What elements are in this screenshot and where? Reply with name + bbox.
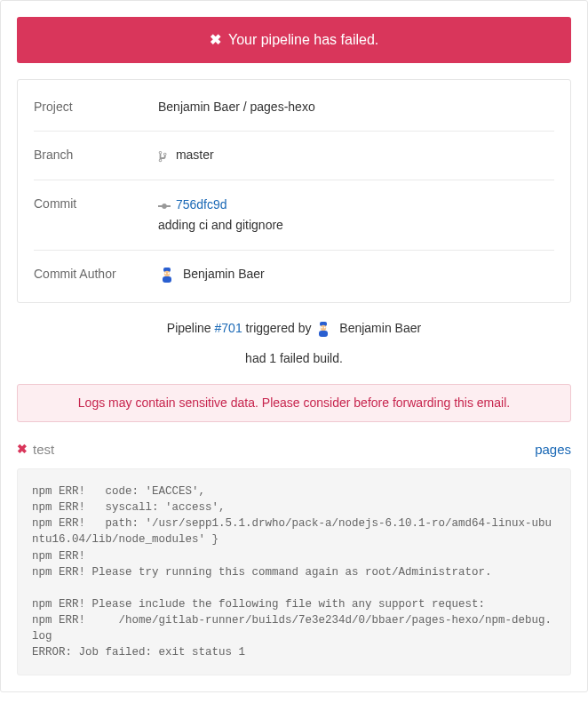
trigger-user: Benjamin Baer bbox=[339, 321, 421, 335]
pipeline-trigger-line: Pipeline #701 triggered by Benjamin Baer bbox=[17, 319, 571, 339]
pipeline-id-link[interactable]: #701 bbox=[215, 321, 242, 335]
author-label: Commit Author bbox=[34, 265, 158, 284]
job-name-link[interactable]: pages bbox=[535, 440, 571, 460]
branch-value: master bbox=[158, 146, 554, 165]
row-author: Commit Author Benjamin Baer bbox=[34, 250, 554, 299]
svg-rect-3 bbox=[163, 276, 171, 283]
svg-point-10 bbox=[322, 326, 323, 328]
svg-point-4 bbox=[164, 272, 166, 274]
row-branch: Branch master bbox=[34, 131, 554, 180]
job-stage: test bbox=[33, 440, 54, 460]
avatar-icon bbox=[314, 319, 332, 338]
trigger-mid: triggered by bbox=[242, 321, 315, 335]
branch-name: master bbox=[176, 148, 214, 162]
commit-label: Commit bbox=[34, 195, 158, 236]
email-container: ✖ Your pipeline has failed. Project Benj… bbox=[0, 0, 588, 692]
svg-point-5 bbox=[168, 272, 170, 274]
fail-icon: ✖ bbox=[210, 32, 221, 47]
author-name: Benjamin Baer bbox=[183, 267, 265, 281]
commit-message: adding ci and gitignore bbox=[158, 218, 283, 232]
fail-icon: ✖ bbox=[17, 440, 28, 459]
project-label: Project bbox=[34, 98, 158, 116]
job-log: npm ERR! code: 'EACCES', npm ERR! syscal… bbox=[17, 468, 571, 675]
author-value: Benjamin Baer bbox=[158, 265, 554, 284]
banner-text: Your pipeline has failed. bbox=[228, 32, 378, 47]
commit-value: 756dfc9d adding ci and gitignore bbox=[158, 195, 554, 236]
details-card: Project Benjamin Baer / pages-hexo Branc… bbox=[17, 79, 571, 303]
row-project: Project Benjamin Baer / pages-hexo bbox=[34, 84, 554, 131]
svg-rect-9 bbox=[319, 331, 328, 337]
job-header: ✖ test pages bbox=[17, 436, 571, 469]
trigger-prefix: Pipeline bbox=[167, 321, 215, 335]
branch-icon bbox=[158, 147, 171, 165]
commit-icon bbox=[158, 196, 171, 215]
status-banner: ✖ Your pipeline has failed. bbox=[17, 17, 571, 63]
row-commit: Commit 756dfc9d adding ci and gitignore bbox=[34, 180, 554, 250]
sensitive-warning: Logs may contain sensitive data. Please … bbox=[17, 384, 571, 422]
failed-summary: had 1 failed build. bbox=[17, 349, 571, 368]
job-left: ✖ test bbox=[17, 440, 54, 460]
commit-sha-link[interactable]: 756dfc9d bbox=[176, 197, 227, 212]
svg-point-11 bbox=[324, 326, 326, 328]
project-value: Benjamin Baer / pages-hexo bbox=[158, 98, 554, 116]
branch-label: Branch bbox=[34, 146, 158, 165]
avatar-icon bbox=[158, 265, 176, 284]
